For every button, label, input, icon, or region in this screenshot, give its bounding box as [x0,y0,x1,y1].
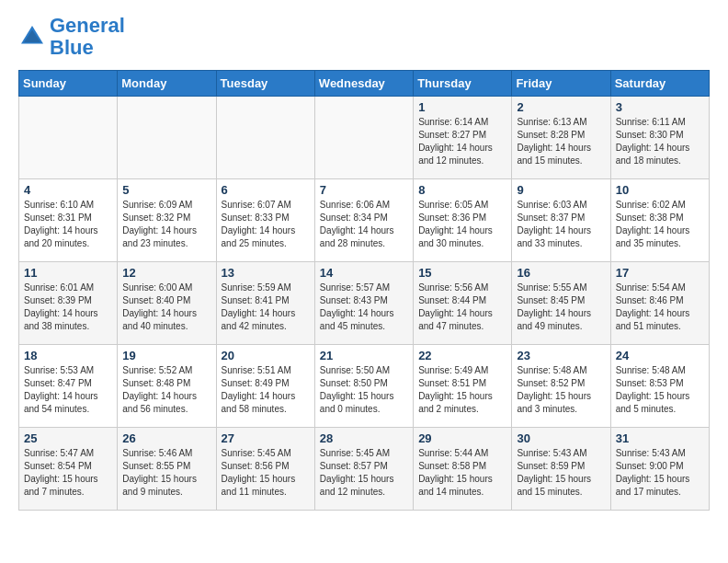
day-cell-4: 4Sunrise: 6:10 AM Sunset: 8:31 PM Daylig… [19,179,118,262]
day-number: 3 [616,100,704,114]
day-info: Sunrise: 6:02 AM Sunset: 8:38 PM Dayligh… [616,199,704,250]
day-info: Sunrise: 6:09 AM Sunset: 8:32 PM Dayligh… [122,199,210,250]
day-cell-29: 29Sunrise: 5:44 AM Sunset: 8:58 PM Dayli… [414,428,512,511]
day-cell-15: 15Sunrise: 5:56 AM Sunset: 8:44 PM Dayli… [414,262,512,345]
day-number: 23 [517,349,605,362]
day-info: Sunrise: 5:59 AM Sunset: 8:41 PM Dayligh… [222,282,310,333]
day-cell-2: 2Sunrise: 6:13 AM Sunset: 8:28 PM Daylig… [512,97,610,179]
day-info: Sunrise: 5:55 AM Sunset: 8:45 PM Dayligh… [517,282,605,333]
day-number: 2 [517,100,605,114]
day-info: Sunrise: 5:57 AM Sunset: 8:43 PM Dayligh… [320,282,408,333]
day-info: Sunrise: 5:43 AM Sunset: 9:00 PM Dayligh… [616,447,704,499]
day-info: Sunrise: 6:14 AM Sunset: 8:27 PM Dayligh… [418,116,506,167]
day-info: Sunrise: 6:01 AM Sunset: 8:39 PM Dayligh… [24,282,112,333]
day-info: Sunrise: 5:43 AM Sunset: 8:59 PM Dayligh… [517,447,605,499]
header-cell-wednesday: Wednesday [314,71,413,97]
day-cell-7: 7Sunrise: 6:06 AM Sunset: 8:34 PM Daylig… [314,179,413,262]
day-cell-18: 18Sunrise: 5:53 AM Sunset: 8:47 PM Dayli… [19,345,118,428]
day-info: Sunrise: 6:05 AM Sunset: 8:36 PM Dayligh… [418,199,506,250]
day-info: Sunrise: 5:51 AM Sunset: 8:49 PM Dayligh… [222,364,310,416]
day-info: Sunrise: 5:48 AM Sunset: 8:53 PM Dayligh… [616,364,704,416]
day-number: 5 [122,183,210,197]
day-number: 26 [122,431,210,445]
day-number: 4 [24,183,112,197]
day-cell-3: 3Sunrise: 6:11 AM Sunset: 8:30 PM Daylig… [610,97,709,179]
day-info: Sunrise: 5:52 AM Sunset: 8:48 PM Dayligh… [122,364,210,416]
day-number: 16 [517,266,605,280]
day-cell-22: 22Sunrise: 5:49 AM Sunset: 8:51 PM Dayli… [414,345,512,428]
empty-cell [19,97,118,179]
day-number: 13 [222,266,310,280]
day-info: Sunrise: 6:00 AM Sunset: 8:40 PM Dayligh… [122,282,210,333]
header-row: SundayMondayTuesdayWednesdayThursdayFrid… [19,71,710,97]
week-row-4: 18Sunrise: 5:53 AM Sunset: 8:47 PM Dayli… [19,345,710,428]
day-info: Sunrise: 5:47 AM Sunset: 8:54 PM Dayligh… [24,447,112,499]
day-number: 20 [222,349,310,362]
day-number: 28 [320,431,408,445]
day-info: Sunrise: 5:56 AM Sunset: 8:44 PM Dayligh… [418,282,506,333]
week-row-5: 25Sunrise: 5:47 AM Sunset: 8:54 PM Dayli… [19,428,710,511]
day-number: 25 [24,431,112,445]
day-cell-16: 16Sunrise: 5:55 AM Sunset: 8:45 PM Dayli… [512,262,610,345]
empty-cell [118,97,216,179]
logo: GeneralBlue [18,15,125,59]
logo-icon [18,23,46,51]
day-cell-21: 21Sunrise: 5:50 AM Sunset: 8:50 PM Dayli… [314,345,413,428]
day-number: 14 [320,266,408,280]
day-cell-23: 23Sunrise: 5:48 AM Sunset: 8:52 PM Dayli… [512,345,610,428]
day-info: Sunrise: 6:03 AM Sunset: 8:37 PM Dayligh… [517,199,605,250]
day-number: 7 [320,183,408,197]
day-number: 8 [418,183,506,197]
day-info: Sunrise: 5:45 AM Sunset: 8:57 PM Dayligh… [320,447,408,499]
header-cell-thursday: Thursday [414,71,512,97]
day-number: 10 [616,183,704,197]
day-info: Sunrise: 6:13 AM Sunset: 8:28 PM Dayligh… [517,116,605,167]
calendar-table: SundayMondayTuesdayWednesdayThursdayFrid… [18,70,710,511]
day-info: Sunrise: 5:50 AM Sunset: 8:50 PM Dayligh… [320,364,408,416]
day-cell-11: 11Sunrise: 6:01 AM Sunset: 8:39 PM Dayli… [19,262,118,345]
day-cell-24: 24Sunrise: 5:48 AM Sunset: 8:53 PM Dayli… [610,345,709,428]
day-info: Sunrise: 6:10 AM Sunset: 8:31 PM Dayligh… [24,199,112,250]
day-cell-20: 20Sunrise: 5:51 AM Sunset: 8:49 PM Dayli… [216,345,314,428]
header-cell-sunday: Sunday [19,71,118,97]
header-cell-saturday: Saturday [610,71,709,97]
day-cell-19: 19Sunrise: 5:52 AM Sunset: 8:48 PM Dayli… [118,345,216,428]
day-cell-9: 9Sunrise: 6:03 AM Sunset: 8:37 PM Daylig… [512,179,610,262]
day-info: Sunrise: 6:06 AM Sunset: 8:34 PM Dayligh… [320,199,408,250]
day-cell-28: 28Sunrise: 5:45 AM Sunset: 8:57 PM Dayli… [314,428,413,511]
day-info: Sunrise: 5:46 AM Sunset: 8:55 PM Dayligh… [122,447,210,499]
week-row-3: 11Sunrise: 6:01 AM Sunset: 8:39 PM Dayli… [19,262,710,345]
day-number: 11 [24,266,112,280]
header-cell-friday: Friday [512,71,610,97]
header-cell-tuesday: Tuesday [216,71,314,97]
day-number: 27 [222,431,310,445]
day-cell-25: 25Sunrise: 5:47 AM Sunset: 8:54 PM Dayli… [19,428,118,511]
day-number: 21 [320,349,408,362]
header-cell-monday: Monday [118,71,216,97]
day-number: 22 [418,349,506,362]
day-info: Sunrise: 5:53 AM Sunset: 8:47 PM Dayligh… [24,364,112,416]
day-cell-1: 1Sunrise: 6:14 AM Sunset: 8:27 PM Daylig… [414,97,512,179]
empty-cell [314,97,413,179]
day-cell-14: 14Sunrise: 5:57 AM Sunset: 8:43 PM Dayli… [314,262,413,345]
week-row-2: 4Sunrise: 6:10 AM Sunset: 8:31 PM Daylig… [19,179,710,262]
day-cell-17: 17Sunrise: 5:54 AM Sunset: 8:46 PM Dayli… [610,262,709,345]
day-number: 19 [122,349,210,362]
logo-text: GeneralBlue [50,15,125,59]
day-number: 15 [418,266,506,280]
day-cell-6: 6Sunrise: 6:07 AM Sunset: 8:33 PM Daylig… [216,179,314,262]
day-number: 1 [418,100,506,114]
day-number: 29 [418,431,506,445]
day-number: 12 [122,266,210,280]
day-cell-27: 27Sunrise: 5:45 AM Sunset: 8:56 PM Dayli… [216,428,314,511]
day-info: Sunrise: 5:49 AM Sunset: 8:51 PM Dayligh… [418,364,506,416]
day-cell-26: 26Sunrise: 5:46 AM Sunset: 8:55 PM Dayli… [118,428,216,511]
day-cell-13: 13Sunrise: 5:59 AM Sunset: 8:41 PM Dayli… [216,262,314,345]
day-info: Sunrise: 5:45 AM Sunset: 8:56 PM Dayligh… [222,447,310,499]
day-number: 24 [616,349,704,362]
day-info: Sunrise: 6:07 AM Sunset: 8:33 PM Dayligh… [222,199,310,250]
header: GeneralBlue [18,15,710,59]
calendar-page: GeneralBlue SundayMondayTuesdayWednesday… [0,0,728,525]
day-cell-31: 31Sunrise: 5:43 AM Sunset: 9:00 PM Dayli… [610,428,709,511]
day-number: 6 [222,183,310,197]
